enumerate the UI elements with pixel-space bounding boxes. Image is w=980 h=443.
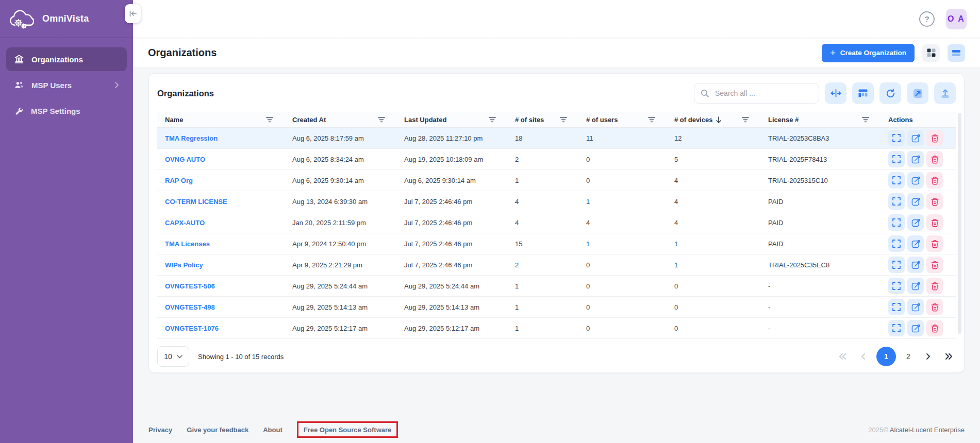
filter-icon[interactable]	[489, 117, 496, 123]
delete-button[interactable]	[926, 172, 943, 189]
org-name-link[interactable]: OVNGTEST-1076	[157, 325, 285, 332]
refresh-button[interactable]	[879, 82, 901, 104]
trash-icon	[931, 303, 939, 312]
expand-button[interactable]	[888, 193, 905, 210]
expand-button[interactable]	[888, 320, 905, 336]
expand-button[interactable]	[888, 151, 905, 167]
create-organization-label: Create Organization	[840, 49, 906, 57]
sidebar-collapse-button[interactable]	[125, 4, 141, 23]
table-row[interactable]: TMA Licenses Apr 9, 2024 12:50:40 pm Jul…	[157, 233, 956, 254]
table-row[interactable]: CO-TERM LICENSE Aug 13, 2024 6:39:30 am …	[157, 191, 956, 212]
sidebar-item-organizations[interactable]: Organizations	[6, 47, 127, 71]
annotation-highlight-box: Free Open Source Software	[297, 421, 398, 438]
filter-icon[interactable]	[742, 117, 749, 123]
table-row[interactable]: WIPs Policy Apr 9, 2025 2:21:29 pm Jul 7…	[157, 254, 956, 276]
table-row[interactable]: OVNGTEST-506 Aug 29, 2025 5:24:44 am Aug…	[157, 276, 956, 297]
edit-button[interactable]	[907, 299, 924, 315]
edit-button[interactable]	[907, 278, 924, 294]
edit-button[interactable]	[907, 257, 924, 273]
create-organization-button[interactable]: + Create Organization	[822, 44, 915, 62]
edit-button[interactable]	[907, 172, 924, 189]
columns-button[interactable]	[852, 82, 874, 104]
help-icon[interactable]: ?	[919, 11, 935, 27]
plus-icon: +	[830, 48, 836, 58]
expand-button[interactable]	[888, 235, 905, 252]
expand-button[interactable]	[888, 278, 905, 294]
column-header-users[interactable]: # of users	[578, 112, 667, 127]
column-header-name[interactable]: Name	[157, 112, 285, 127]
delete-button[interactable]	[926, 278, 943, 294]
page-size-select[interactable]: 10	[157, 346, 189, 367]
edit-button[interactable]	[907, 214, 924, 231]
org-name-link[interactable]: WIPs Policy	[157, 261, 285, 269]
foss-link[interactable]: Free Open Source Software	[304, 426, 392, 434]
previous-page-button[interactable]	[856, 349, 870, 364]
org-name-link[interactable]: CO-TERM LICENSE	[157, 198, 285, 206]
org-name-link[interactable]: OVNGTEST-506	[157, 282, 285, 290]
org-name-link[interactable]: TMA Licenses	[157, 240, 285, 248]
column-header-devices[interactable]: # of devices	[667, 112, 760, 127]
first-page-button[interactable]	[835, 349, 850, 364]
filter-icon[interactable]	[378, 117, 385, 123]
expand-button[interactable]	[888, 130, 905, 146]
expand-button[interactable]	[888, 172, 905, 189]
delete-button[interactable]	[926, 235, 943, 252]
edit-button[interactable]	[907, 151, 924, 167]
upload-button[interactable]	[934, 82, 956, 104]
delete-button[interactable]	[926, 320, 943, 336]
fit-width-button[interactable]	[825, 82, 846, 104]
column-header-created-at[interactable]: Created At	[285, 112, 396, 127]
org-name-link[interactable]: OVNGTEST-498	[157, 303, 285, 311]
privacy-link[interactable]: Privacy	[148, 426, 172, 434]
list-view-button[interactable]	[948, 44, 965, 62]
table-row[interactable]: OVNGTEST-498 Aug 29, 2025 5:14:13 am Aug…	[157, 297, 956, 318]
page-button-1[interactable]: 1	[876, 347, 896, 366]
about-link[interactable]: About	[263, 426, 283, 434]
expand-button[interactable]	[888, 299, 905, 315]
trash-icon	[931, 197, 939, 206]
org-name-link[interactable]: OVNG AUTO	[157, 156, 285, 163]
delete-button[interactable]	[926, 151, 943, 167]
sidebar-item-msp-settings[interactable]: MSP Settings	[6, 99, 127, 123]
column-header-last-updated[interactable]: Last Updated	[396, 112, 507, 127]
edit-button[interactable]	[907, 130, 924, 146]
search-input[interactable]	[714, 89, 812, 98]
sidebar-item-msp-users[interactable]: MSP Users	[6, 73, 127, 97]
table-row[interactable]: OVNG AUTO Aug 6, 2025 8:34:24 am Aug 19,…	[157, 149, 956, 170]
expand-button[interactable]	[888, 257, 905, 273]
edit-button[interactable]	[907, 235, 924, 252]
filter-icon[interactable]	[266, 117, 273, 123]
org-name-link[interactable]: RAP Org	[157, 177, 285, 184]
export-button[interactable]	[907, 82, 928, 104]
column-label: License #	[768, 116, 799, 124]
filter-icon[interactable]	[560, 117, 567, 123]
org-name-link[interactable]: CAPX-AUTO	[157, 219, 285, 227]
delete-button[interactable]	[926, 214, 943, 231]
table-row[interactable]: CAPX-AUTO Jan 20, 2025 2:11:59 pm Jul 7,…	[157, 212, 956, 233]
table-row[interactable]: RAP Org Aug 6, 2025 9:30:14 am Aug 6, 20…	[157, 170, 956, 191]
page-button-2[interactable]: 2	[902, 352, 915, 361]
avatar[interactable]: O A	[946, 9, 967, 29]
table-row[interactable]: TMA Regression Aug 6, 2025 8:17:59 am Au…	[157, 128, 956, 149]
filter-icon[interactable]	[648, 117, 655, 123]
next-page-button[interactable]	[921, 349, 935, 364]
expand-button[interactable]	[888, 214, 905, 231]
column-header-license[interactable]: License #	[760, 112, 881, 127]
table-scrollbar[interactable]	[958, 113, 961, 334]
filter-icon[interactable]	[862, 117, 869, 123]
org-name-link[interactable]: TMA Regression	[157, 134, 285, 142]
devices-count-cell: 0	[667, 282, 760, 290]
last-page-button[interactable]	[941, 349, 956, 364]
grid-view-button[interactable]	[922, 44, 940, 62]
delete-button[interactable]	[926, 130, 943, 146]
feedback-link[interactable]: Give your feedback	[187, 426, 248, 434]
edit-button[interactable]	[907, 320, 924, 336]
table-row[interactable]: OVNGTEST-1076 Aug 29, 2025 5:12:17 am Au…	[157, 318, 956, 339]
delete-button[interactable]	[926, 257, 943, 273]
created-at-cell: Apr 9, 2025 2:21:29 pm	[285, 261, 396, 269]
delete-button[interactable]	[926, 193, 943, 210]
delete-button[interactable]	[926, 299, 943, 315]
edit-button[interactable]	[907, 193, 924, 210]
sort-desc-icon	[716, 116, 721, 123]
column-header-sites[interactable]: # of sites	[507, 112, 578, 127]
